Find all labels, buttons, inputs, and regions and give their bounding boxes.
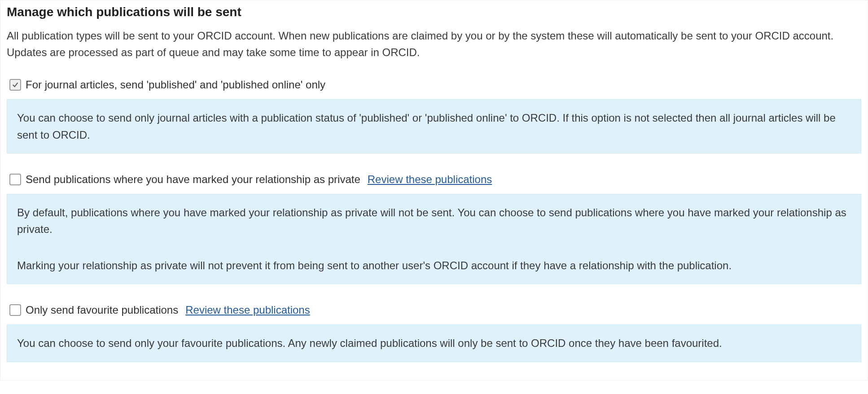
option-private-relationship: Send publications where you have marked … [7,173,861,285]
info-private-relationship: By default, publications where you have … [7,194,861,285]
checkbox-favourite[interactable] [9,304,21,316]
info-private-relationship-text1: By default, publications where you have … [17,204,851,237]
checkbox-journal-articles[interactable] [9,79,21,91]
info-favourite: You can choose to send only your favouri… [7,324,861,362]
option-favourite: Only send favourite publications Review … [7,304,861,362]
option-private-relationship-label: Send publications where you have marked … [26,173,360,186]
option-journal-articles-header: For journal articles, send 'published' a… [9,79,861,91]
option-favourite-header: Only send favourite publications Review … [9,304,861,316]
info-journal-articles: You can choose to send only journal arti… [7,99,861,153]
info-journal-articles-text: You can choose to send only journal arti… [17,109,851,143]
checkbox-private-relationship[interactable] [9,174,21,185]
orcid-publications-settings-panel: Manage which publications will be sent A… [0,0,868,381]
option-journal-articles: For journal articles, send 'published' a… [7,79,861,153]
info-favourite-text: You can choose to send only your favouri… [17,335,851,351]
checkmark-icon [12,81,19,88]
info-private-relationship-text2: Marking your relationship as private wil… [17,257,851,274]
link-review-private-publications[interactable]: Review these publications [368,173,492,186]
option-private-relationship-header: Send publications where you have marked … [9,173,861,186]
page-description: All publication types will be sent to yo… [7,27,842,61]
option-favourite-label: Only send favourite publications [26,304,178,316]
link-review-favourite-publications[interactable]: Review these publications [185,304,310,316]
option-journal-articles-label: For journal articles, send 'published' a… [26,79,325,91]
page-title: Manage which publications will be sent [7,5,861,19]
